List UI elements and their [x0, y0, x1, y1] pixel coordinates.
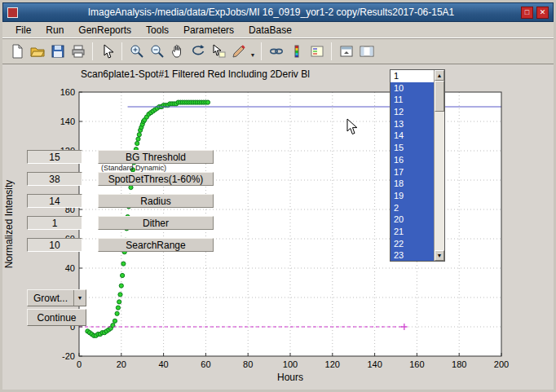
- scroll-up-icon[interactable]: ▲: [435, 70, 444, 81]
- zoom-out-icon: [150, 44, 165, 59]
- pan-button[interactable]: [168, 42, 187, 61]
- svg-text:180: 180: [452, 359, 466, 369]
- dither-field[interactable]: [27, 216, 82, 230]
- scrollbar-track[interactable]: [435, 81, 444, 250]
- print-figure-icon: [71, 44, 86, 59]
- list-item-14[interactable]: 14: [391, 130, 434, 142]
- menu-tools[interactable]: Tools: [139, 23, 176, 37]
- zoom-in-icon: [130, 44, 144, 59]
- list-item-13[interactable]: 13: [391, 118, 434, 130]
- menu-genreports[interactable]: GenReports: [71, 23, 139, 37]
- data-cursor-button[interactable]: [209, 42, 227, 61]
- list-item-1[interactable]: 1: [391, 70, 434, 82]
- svg-text:80: 80: [243, 359, 253, 369]
- edit-plot-button[interactable]: [98, 42, 117, 61]
- open-file-icon: [30, 44, 45, 59]
- svg-text:140: 140: [367, 359, 382, 369]
- svg-text:140: 140: [60, 117, 75, 126]
- bg-threshold-note: (Standard Dynamic): [101, 164, 166, 172]
- window-title: ImageAnalysis-/media/data/ExpJobs/MI 16_…: [24, 7, 518, 18]
- list-item-23[interactable]: 23: [391, 249, 434, 261]
- svg-text:Normalized Intensity: Normalized Intensity: [3, 180, 15, 269]
- list-item-10[interactable]: 10: [391, 82, 434, 95]
- mouse-cursor: [346, 118, 358, 139]
- app-window: { "window": { "title": "ImageAnalysis-/m…: [0, 0, 556, 392]
- svg-text:200: 200: [494, 359, 509, 369]
- close-button[interactable]: ✕: [536, 7, 549, 19]
- zoom-out-button[interactable]: [148, 42, 166, 61]
- dither-label: Dither: [98, 216, 214, 230]
- hide-plot-tools-icon: [339, 44, 354, 59]
- zoom-in-button[interactable]: [127, 42, 146, 61]
- list-item-16[interactable]: 16: [391, 154, 434, 166]
- data-cursor-icon: [211, 44, 226, 59]
- scan-list-items: 110111213141516171819220212223: [391, 70, 434, 261]
- brush-menu-caret-icon[interactable]: ▼: [249, 42, 257, 61]
- print-figure-button[interactable]: [68, 42, 87, 61]
- save-figure-button[interactable]: [48, 42, 67, 61]
- chevron-down-icon[interactable]: ▼: [73, 290, 86, 306]
- list-item-22[interactable]: 22: [391, 238, 434, 250]
- scan-list-popup[interactable]: 110111213141516171819220212223 ▲ ▼: [390, 69, 445, 262]
- link-plot-button[interactable]: [267, 42, 285, 61]
- link-plot-icon: [269, 44, 284, 59]
- toolbar-separator: [92, 42, 93, 60]
- menu-run[interactable]: Run: [38, 23, 71, 37]
- scroll-down-icon[interactable]: ▼: [435, 250, 444, 261]
- show-plot-tools-icon: [360, 44, 374, 59]
- radius-field[interactable]: [27, 194, 82, 208]
- svg-text:120: 120: [325, 359, 340, 369]
- list-item-19[interactable]: 19: [391, 190, 434, 202]
- list-item-2[interactable]: 2: [391, 202, 434, 214]
- new-figure-button[interactable]: [7, 42, 26, 61]
- insert-colorbar-icon: [289, 44, 304, 59]
- scrollbar[interactable]: ▲ ▼: [434, 70, 444, 261]
- menu-database[interactable]: DataBase: [241, 23, 299, 37]
- insert-colorbar-button[interactable]: [287, 42, 306, 61]
- svg-text:-20: -20: [62, 351, 75, 361]
- list-item-20[interactable]: 20: [391, 214, 434, 226]
- show-plot-tools-button[interactable]: [357, 42, 376, 61]
- menu-bar: FileRunGenReportsToolsParametersDataBase: [2, 22, 554, 38]
- svg-text:100: 100: [283, 359, 298, 369]
- rotate-3d-button[interactable]: [188, 42, 207, 61]
- title-bar[interactable]: ImageAnalysis-/media/data/ExpJobs/MI 16_…: [2, 2, 554, 22]
- toolbar-separator: [121, 42, 122, 60]
- bg-threshold-label: BG Threshold: [98, 150, 214, 164]
- toolbar-separator: [261, 42, 262, 60]
- list-item-12[interactable]: 12: [391, 106, 434, 118]
- brush-icon: [232, 44, 246, 59]
- growth-type-label: Growt...: [28, 293, 73, 304]
- hide-plot-tools-button[interactable]: [337, 42, 355, 61]
- svg-text:160: 160: [60, 87, 75, 97]
- bg-threshold-field[interactable]: [27, 150, 82, 164]
- list-item-21[interactable]: 21: [391, 226, 434, 238]
- svg-text:0: 0: [77, 359, 82, 369]
- svg-text:40: 40: [65, 263, 75, 273]
- list-item-17[interactable]: 17: [391, 166, 434, 178]
- list-item-18[interactable]: 18: [391, 178, 434, 190]
- spotdetthres-1-60-field[interactable]: [27, 172, 82, 186]
- growth-plot: 020406080100120140160180200-200204060801…: [2, 64, 554, 390]
- menu-parameters[interactable]: Parameters: [176, 23, 241, 37]
- list-item-11[interactable]: 11: [391, 94, 434, 106]
- list-item-15[interactable]: 15: [391, 142, 434, 154]
- toolbar-separator: [331, 42, 332, 60]
- open-file-button[interactable]: [28, 42, 46, 61]
- searchrange-field[interactable]: [27, 238, 82, 252]
- save-figure-icon: [51, 44, 65, 59]
- new-figure-icon: [10, 44, 24, 59]
- insert-legend-button[interactable]: [307, 42, 326, 61]
- brush-button[interactable]: [229, 42, 248, 61]
- scrollbar-thumb[interactable]: [435, 81, 444, 112]
- window-icon: [7, 7, 18, 18]
- maximize-button[interactable]: □: [521, 7, 533, 19]
- growth-type-dropdown[interactable]: Growt... ▼: [27, 289, 86, 306]
- searchrange-label: SearchRange: [98, 238, 214, 252]
- continue-label: Continue: [28, 312, 86, 324]
- rotate-3d-icon: [191, 44, 205, 59]
- figure-canvas: 020406080100120140160180200-200204060801…: [2, 64, 554, 390]
- continue-button[interactable]: Continue: [27, 309, 86, 326]
- svg-text:20: 20: [117, 359, 126, 369]
- menu-file[interactable]: File: [8, 23, 38, 37]
